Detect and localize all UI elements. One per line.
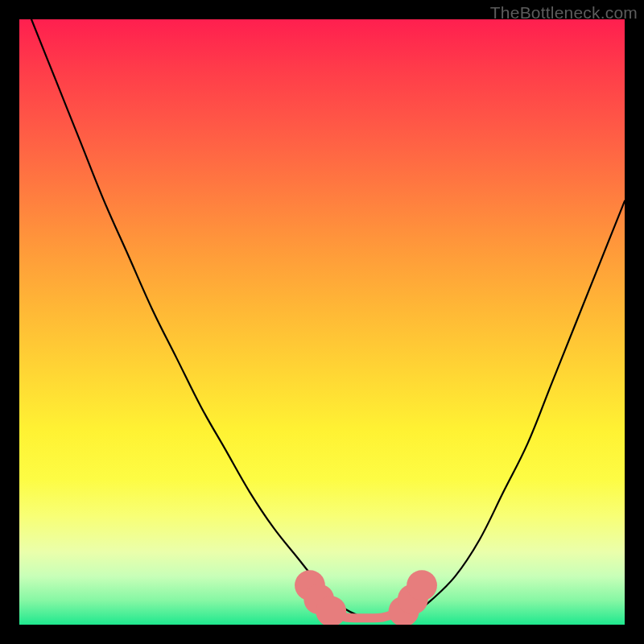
series-left-curve — [31, 19, 358, 616]
watermark-text: TheBottleneck.com — [490, 3, 638, 23]
chart-frame — [19, 19, 625, 625]
series-right-curve — [407, 201, 625, 616]
plot-curves — [19, 19, 625, 625]
valley-marker — [407, 570, 437, 601]
